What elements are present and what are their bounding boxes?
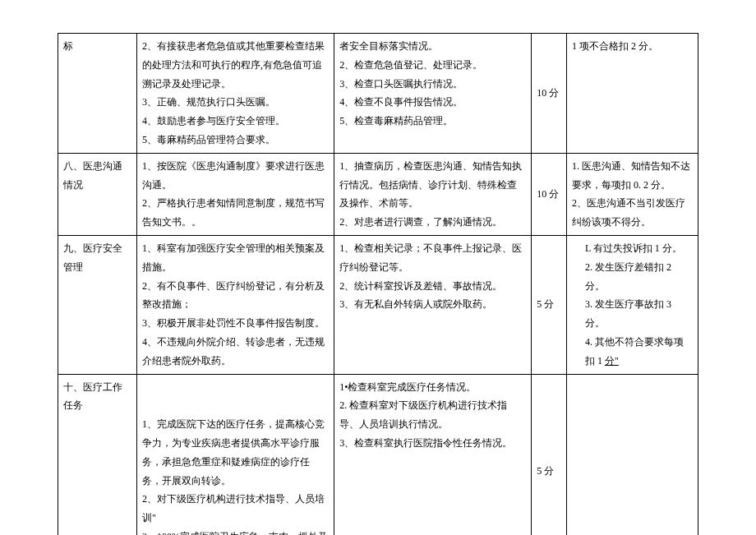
category-cell: 标: [58, 34, 137, 154]
check-cell: 1•检查科室完成医疗任务情况。2. 检查科室对下级医疗机构进行技术指导、人员培训…: [334, 374, 532, 535]
content-cell: 1、科室有加强医疗安全管理的相关预案及措施。2、有不良事件、医疗纠纷登记，有分析…: [137, 235, 334, 374]
score-cell: 10 分: [532, 34, 567, 154]
content-cell: 2、有接获患者危急值或其他重要检查结果的处理方法和可执行的程序,有危急值可追溯记…: [137, 34, 334, 154]
content-cell: 1、完成医院下达的医疗任务，提高核心竞争力，为专业疾病患者提供高水平诊疗服务，承…: [137, 374, 334, 535]
category-cell: 九、医疗安全管理: [58, 235, 137, 374]
deduction-cell: 1 项不合格扣 2 分。: [566, 34, 698, 154]
check-cell: 1、抽查病历，检查医患沟通、知情告知执行情况。包括病情、诊疗计划、特殊检查及操作…: [334, 153, 532, 235]
table-row: 十、医疗工作任务 1、完成医院下达的医疗任务，提高核心竞争力，为专业疾病患者提供…: [58, 374, 698, 535]
table-row: 八、医患沟通情况1、按医院《医患沟通制度》要求进行医患沟通。2、严格执行患者知情…: [58, 153, 698, 235]
deduction-cell: [566, 374, 698, 535]
table-row: 标2、有接获患者危急值或其他重要检查结果的处理方法和可执行的程序,有危急值可追溯…: [58, 34, 698, 154]
evaluation-table: 标2、有接获患者危急值或其他重要检查结果的处理方法和可执行的程序,有危急值可追溯…: [58, 33, 698, 535]
score-cell: 5 分: [532, 374, 567, 535]
score-cell: 5 分: [532, 235, 567, 374]
category-cell: 八、医患沟通情况: [58, 153, 137, 235]
deduction-cell: 1. 医患沟通、知情告知不达要求，每项扣 0. 2 分。2、医患沟通不当引发医疗…: [566, 153, 698, 235]
check-cell: 者安全目标落实情况。2、检查危急值登记、处理记录。3、检查口头医嘱执行情况。4、…: [334, 34, 532, 154]
content-cell: 1、按医院《医患沟通制度》要求进行医患沟通。2、严格执行患者知情同意制度，规范书…: [137, 153, 334, 235]
deduction-cell: L 有过失投诉扣 1 分。2. 发生医疗差错扣 2 分。3. 发生医疗事故扣 3…: [566, 235, 698, 374]
score-cell: 10 分: [532, 153, 567, 235]
check-cell: 1、检查相关记录；不良事件上报记录、医疗纠纷登记等。2、统计科室投诉及差错、事故…: [334, 235, 532, 374]
category-cell: 十、医疗工作任务: [58, 374, 137, 535]
table-row: 九、医疗安全管理1、科室有加强医疗安全管理的相关预案及措施。2、有不良事件、医疗…: [58, 235, 698, 374]
